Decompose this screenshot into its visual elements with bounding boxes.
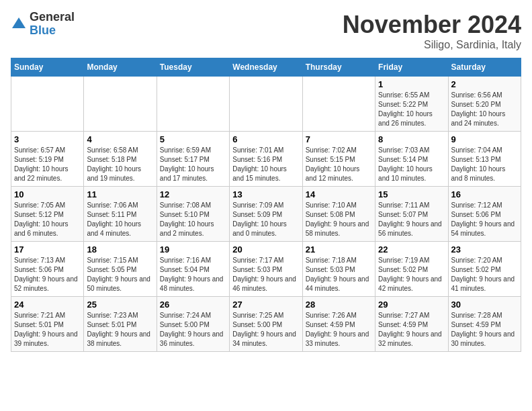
day-number: 17 bbox=[14, 244, 81, 255]
day-number: 5 bbox=[160, 134, 226, 144]
calendar-cell: 6Sunrise: 7:01 AM Sunset: 5:16 PM Daylig… bbox=[230, 132, 302, 187]
calendar-cell: 20Sunrise: 7:17 AM Sunset: 5:03 PM Dayli… bbox=[230, 242, 302, 297]
calendar-cell: 26Sunrise: 7:24 AM Sunset: 5:00 PM Dayli… bbox=[157, 297, 229, 352]
title-area: November 2024 Siligo, Sardinia, Italy bbox=[343, 11, 521, 51]
day-number: 14 bbox=[306, 189, 372, 199]
logo: General Blue bbox=[11, 11, 75, 38]
calendar-cell: 9Sunrise: 7:04 AM Sunset: 5:13 PM Daylig… bbox=[448, 132, 521, 187]
day-number: 20 bbox=[232, 244, 299, 255]
day-number: 2 bbox=[451, 79, 518, 89]
day-detail: Sunrise: 7:27 AM Sunset: 4:59 PM Dayligh… bbox=[378, 311, 445, 349]
calendar-cell: 24Sunrise: 7:21 AM Sunset: 5:01 PM Dayli… bbox=[11, 297, 84, 352]
weekday-header: Monday bbox=[84, 58, 157, 77]
day-number: 8 bbox=[378, 134, 445, 144]
day-number: 24 bbox=[14, 300, 81, 310]
calendar-week-row: 3Sunrise: 6:57 AM Sunset: 5:19 PM Daylig… bbox=[11, 132, 521, 187]
day-detail: Sunrise: 7:23 AM Sunset: 5:01 PM Dayligh… bbox=[87, 311, 153, 349]
calendar-cell: 13Sunrise: 7:09 AM Sunset: 5:09 PM Dayli… bbox=[230, 187, 302, 242]
day-number: 21 bbox=[306, 244, 372, 255]
day-detail: Sunrise: 7:09 AM Sunset: 5:09 PM Dayligh… bbox=[232, 201, 299, 238]
day-detail: Sunrise: 7:16 AM Sunset: 5:04 PM Dayligh… bbox=[160, 256, 226, 293]
calendar-cell: 7Sunrise: 7:02 AM Sunset: 5:15 PM Daylig… bbox=[302, 132, 375, 187]
day-detail: Sunrise: 6:55 AM Sunset: 5:22 PM Dayligh… bbox=[378, 91, 445, 128]
day-number: 16 bbox=[451, 189, 518, 199]
location-title: Siligo, Sardinia, Italy bbox=[343, 39, 521, 51]
calendar-cell: 3Sunrise: 6:57 AM Sunset: 5:19 PM Daylig… bbox=[11, 132, 84, 187]
calendar-cell: 23Sunrise: 7:20 AM Sunset: 5:02 PM Dayli… bbox=[448, 242, 521, 297]
calendar-week-row: 17Sunrise: 7:13 AM Sunset: 5:06 PM Dayli… bbox=[11, 242, 521, 297]
calendar-cell: 1Sunrise: 6:55 AM Sunset: 5:22 PM Daylig… bbox=[375, 77, 448, 132]
day-detail: Sunrise: 6:56 AM Sunset: 5:20 PM Dayligh… bbox=[451, 91, 518, 128]
day-detail: Sunrise: 7:03 AM Sunset: 5:14 PM Dayligh… bbox=[378, 146, 445, 183]
day-detail: Sunrise: 6:58 AM Sunset: 5:18 PM Dayligh… bbox=[87, 146, 153, 183]
day-detail: Sunrise: 6:57 AM Sunset: 5:19 PM Dayligh… bbox=[14, 146, 81, 183]
calendar-cell bbox=[11, 77, 84, 132]
svg-marker-0 bbox=[12, 17, 26, 28]
weekday-header: Sunday bbox=[11, 58, 84, 77]
weekday-header: Thursday bbox=[302, 58, 375, 77]
day-number: 22 bbox=[378, 244, 445, 255]
day-detail: Sunrise: 7:15 AM Sunset: 5:05 PM Dayligh… bbox=[87, 256, 153, 293]
calendar-cell: 29Sunrise: 7:27 AM Sunset: 4:59 PM Dayli… bbox=[375, 297, 448, 352]
calendar-cell: 22Sunrise: 7:19 AM Sunset: 5:02 PM Dayli… bbox=[375, 242, 448, 297]
calendar-week-row: 1Sunrise: 6:55 AM Sunset: 5:22 PM Daylig… bbox=[11, 77, 521, 132]
day-number: 12 bbox=[160, 189, 226, 199]
day-number: 6 bbox=[232, 134, 299, 144]
weekday-header: Wednesday bbox=[230, 58, 302, 77]
calendar-cell: 10Sunrise: 7:05 AM Sunset: 5:12 PM Dayli… bbox=[11, 187, 84, 242]
day-number: 7 bbox=[306, 134, 372, 144]
calendar-cell: 15Sunrise: 7:11 AM Sunset: 5:07 PM Dayli… bbox=[375, 187, 448, 242]
day-detail: Sunrise: 7:06 AM Sunset: 5:11 PM Dayligh… bbox=[87, 201, 153, 238]
calendar-cell: 18Sunrise: 7:15 AM Sunset: 5:05 PM Dayli… bbox=[84, 242, 157, 297]
day-number: 29 bbox=[378, 300, 445, 310]
day-detail: Sunrise: 7:11 AM Sunset: 5:07 PM Dayligh… bbox=[378, 201, 445, 238]
day-number: 18 bbox=[87, 244, 153, 255]
day-number: 10 bbox=[14, 189, 81, 199]
calendar-cell: 2Sunrise: 6:56 AM Sunset: 5:20 PM Daylig… bbox=[448, 77, 521, 132]
day-number: 1 bbox=[378, 79, 445, 89]
day-number: 27 bbox=[232, 300, 299, 310]
calendar-header-row: SundayMondayTuesdayWednesdayThursdayFrid… bbox=[11, 58, 521, 77]
day-number: 30 bbox=[451, 300, 518, 310]
logo-icon bbox=[11, 16, 27, 32]
day-detail: Sunrise: 7:12 AM Sunset: 5:06 PM Dayligh… bbox=[451, 201, 518, 238]
calendar-cell: 19Sunrise: 7:16 AM Sunset: 5:04 PM Dayli… bbox=[157, 242, 229, 297]
weekday-header: Friday bbox=[375, 58, 448, 77]
day-detail: Sunrise: 7:18 AM Sunset: 5:03 PM Dayligh… bbox=[306, 256, 372, 293]
page-header: General Blue November 2024 Siligo, Sardi… bbox=[11, 11, 521, 51]
logo-general: General bbox=[30, 11, 75, 24]
day-detail: Sunrise: 6:59 AM Sunset: 5:17 PM Dayligh… bbox=[160, 146, 226, 183]
calendar-cell: 21Sunrise: 7:18 AM Sunset: 5:03 PM Dayli… bbox=[302, 242, 375, 297]
day-detail: Sunrise: 7:24 AM Sunset: 5:00 PM Dayligh… bbox=[160, 311, 226, 349]
day-detail: Sunrise: 7:28 AM Sunset: 4:59 PM Dayligh… bbox=[451, 311, 518, 349]
calendar-cell bbox=[230, 77, 302, 132]
weekday-header: Tuesday bbox=[157, 58, 229, 77]
weekday-header: Saturday bbox=[448, 58, 521, 77]
calendar-cell: 5Sunrise: 6:59 AM Sunset: 5:17 PM Daylig… bbox=[157, 132, 229, 187]
calendar-cell bbox=[84, 77, 157, 132]
day-detail: Sunrise: 7:02 AM Sunset: 5:15 PM Dayligh… bbox=[306, 146, 372, 183]
calendar-cell: 30Sunrise: 7:28 AM Sunset: 4:59 PM Dayli… bbox=[448, 297, 521, 352]
calendar-cell: 4Sunrise: 6:58 AM Sunset: 5:18 PM Daylig… bbox=[84, 132, 157, 187]
calendar-cell: 17Sunrise: 7:13 AM Sunset: 5:06 PM Dayli… bbox=[11, 242, 84, 297]
day-number: 19 bbox=[160, 244, 226, 255]
calendar-cell bbox=[302, 77, 375, 132]
day-detail: Sunrise: 7:01 AM Sunset: 5:16 PM Dayligh… bbox=[232, 146, 299, 183]
day-number: 15 bbox=[378, 189, 445, 199]
day-detail: Sunrise: 7:21 AM Sunset: 5:01 PM Dayligh… bbox=[14, 311, 81, 349]
day-detail: Sunrise: 7:10 AM Sunset: 5:08 PM Dayligh… bbox=[306, 201, 372, 238]
day-detail: Sunrise: 7:17 AM Sunset: 5:03 PM Dayligh… bbox=[232, 256, 299, 293]
day-number: 13 bbox=[232, 189, 299, 199]
calendar-table: SundayMondayTuesdayWednesdayThursdayFrid… bbox=[11, 58, 521, 352]
calendar-cell: 27Sunrise: 7:25 AM Sunset: 5:00 PM Dayli… bbox=[230, 297, 302, 352]
day-detail: Sunrise: 7:26 AM Sunset: 4:59 PM Dayligh… bbox=[306, 311, 372, 349]
day-detail: Sunrise: 7:08 AM Sunset: 5:10 PM Dayligh… bbox=[160, 201, 226, 238]
day-detail: Sunrise: 7:20 AM Sunset: 5:02 PM Dayligh… bbox=[451, 256, 518, 293]
day-number: 4 bbox=[87, 134, 153, 144]
day-detail: Sunrise: 7:25 AM Sunset: 5:00 PM Dayligh… bbox=[232, 311, 299, 349]
day-number: 3 bbox=[14, 134, 81, 144]
day-number: 28 bbox=[306, 300, 372, 310]
calendar-cell: 11Sunrise: 7:06 AM Sunset: 5:11 PM Dayli… bbox=[84, 187, 157, 242]
logo-text: General Blue bbox=[30, 11, 75, 38]
day-number: 26 bbox=[160, 300, 226, 310]
